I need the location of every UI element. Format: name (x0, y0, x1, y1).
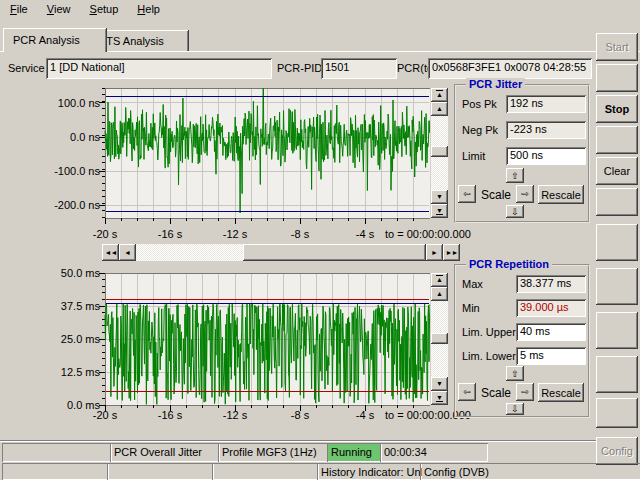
neg-pk-value: -223 ns (506, 121, 586, 139)
jitter-vscrollbar[interactable]: ▲ ▲ ▼ ▼ (431, 88, 448, 218)
y-axis-label: 12.5 ms (30, 366, 100, 378)
scroll-left-icon: ◄ (124, 250, 131, 256)
blank-button-4[interactable] (596, 224, 638, 261)
pcr-analyzer-window: File View Setup Help PTS Analysis PCR An… (0, 0, 640, 480)
pcr-pid-label: PCR-PID (277, 62, 322, 74)
lim-upper-input[interactable]: 40 ms (516, 323, 586, 341)
scroll-top-button[interactable]: ▲ (431, 88, 448, 102)
blank-button-5[interactable] (596, 268, 638, 305)
rescale-label: Rescale (541, 387, 581, 399)
max-value: 38.377 ms (516, 275, 586, 293)
scroll-left-button[interactable]: ◄ (119, 244, 136, 261)
scroll-down-button[interactable]: ▼ (431, 190, 448, 204)
status2-blank-1 (2, 463, 109, 480)
scale-up-icon: ⇧ (511, 172, 519, 180)
time-hscrollbar[interactable]: ◄◄ ◄ ► ►► (102, 244, 460, 261)
scroll-top-icon: ▲ (436, 92, 443, 98)
lim-lower-label: Lim. Lower (462, 350, 516, 362)
scroll-down-button[interactable]: ▼ (431, 377, 448, 391)
blank-button-7[interactable] (596, 356, 638, 393)
neg-pk-label: Neg Pk (462, 124, 498, 136)
repetition-rescale-button[interactable]: Rescale (538, 383, 584, 402)
repetition-vscrollbar[interactable]: ▲ ▲ ▼ ▼ (431, 273, 448, 405)
vscroll-thumb[interactable] (431, 146, 448, 157)
scale-right-icon: ⇨ (521, 190, 529, 198)
y-axis-label: 0.0 ns (30, 131, 100, 143)
blank-button-6[interactable] (596, 312, 638, 349)
tab-pcr-analysis[interactable]: PCR Analysis (3, 28, 107, 52)
scroll-bottom-icon: ▼ (436, 395, 443, 401)
hscroll-thumb[interactable] (243, 244, 426, 261)
repetition-scale-label: Scale (481, 386, 511, 400)
scroll-top-button[interactable]: ▲ (431, 273, 448, 287)
menu-view[interactable]: View (39, 0, 79, 19)
clear-button[interactable]: Clear (596, 157, 638, 185)
scroll-far-left-button[interactable]: ◄◄ (102, 244, 119, 261)
jitter-scale-label: Scale (481, 188, 511, 202)
vscroll-thumb[interactable] (431, 333, 448, 344)
status-profile: Profile MGF3 (1Hz) (218, 443, 329, 462)
stop-button[interactable]: Stop (596, 95, 638, 123)
blank-button-3[interactable] (596, 188, 638, 216)
scroll-bottom-button[interactable]: ▼ (431, 391, 448, 405)
x-axis-label: -16 s (158, 409, 182, 421)
jitter-rescale-button[interactable]: Rescale (538, 185, 584, 204)
menu-file[interactable]: File (2, 0, 36, 19)
lim-upper-label: Lim. Upper (462, 326, 516, 338)
jitter-scale-down-button[interactable]: ⇩ (506, 205, 524, 218)
jitter-scale-right-button[interactable]: ⇨ (516, 185, 534, 203)
status-divider (0, 440, 596, 442)
scroll-up-button[interactable]: ▲ (431, 102, 448, 116)
blank-button-2[interactable] (596, 126, 638, 154)
menu-help[interactable]: Help (129, 0, 168, 19)
lim-lower-input[interactable]: 5 ms (516, 347, 586, 365)
repetition-min-value: 39.000 µs (516, 299, 586, 317)
x-axis-label: -8 s (291, 228, 309, 240)
jitter-limit-label: Limit (462, 150, 485, 162)
scale-down-icon: ⇩ (511, 208, 519, 216)
service-field[interactable]: 1 [DD National] (46, 58, 272, 79)
scroll-bottom-button[interactable]: ▼ (431, 204, 448, 218)
pcr-jitter-title: PCR Jitter (466, 78, 525, 90)
y-axis-label: 37.5 ms (30, 300, 100, 312)
scale-up-icon: ⇧ (511, 370, 519, 378)
status-elapsed-time: 00:00:34 (380, 443, 488, 462)
repetition-scale-right-button[interactable]: ⇨ (516, 383, 534, 401)
y-axis-label: -100.0 ns (30, 165, 100, 177)
pcr-to-field[interactable]: 0x0568F3FE1 0x0078 04:28:55 (428, 58, 592, 79)
repetition-chart-x-axis: -20 s-16 s-12 s-8 s-4 sto = 00:00:00.000 (105, 409, 495, 421)
blank-button-1[interactable] (596, 64, 638, 92)
status-history-indicator: History Indicator: Unlimited (317, 463, 422, 480)
jitter-scale-left-button[interactable]: ⇦ (458, 185, 476, 203)
jitter-scale-up-button[interactable]: ⇧ (506, 168, 524, 183)
config-button[interactable]: Config (596, 437, 638, 465)
scale-right-icon: ⇨ (521, 388, 529, 396)
scroll-up-button[interactable]: ▲ (431, 287, 448, 301)
menu-bar: File View Setup Help (0, 0, 640, 25)
pcr-jitter-panel: PCR Jitter Pos Pk 192 ns Neg Pk -223 ns … (454, 84, 590, 223)
repetition-scale-up-button[interactable]: ⇧ (506, 366, 524, 381)
y-axis-label: 0.0 ms (30, 399, 100, 411)
repetition-scale-down-button[interactable]: ⇩ (506, 403, 524, 415)
start-button[interactable]: Start (596, 33, 638, 61)
repetition-chart-plot (97, 273, 430, 415)
scroll-right-button[interactable]: ► (426, 244, 443, 261)
repetition-scale-left-button[interactable]: ⇦ (458, 383, 476, 401)
blank-button-8[interactable] (596, 398, 638, 428)
scroll-far-right-button[interactable]: ►► (443, 244, 460, 261)
scale-down-icon: ⇩ (511, 405, 519, 413)
x-axis-label: -4 s (356, 409, 374, 421)
status-running: Running (327, 443, 382, 462)
x-axis-end-time-label: to = 00:00:00.000 (385, 228, 471, 240)
status-panel-blank (2, 443, 112, 462)
status2-blank-3 (212, 463, 319, 480)
jitter-limit-input[interactable]: 500 ns (506, 147, 586, 165)
status2-blank-2 (107, 463, 214, 480)
x-axis-label: -20 s (93, 228, 117, 240)
x-axis-label: -12 s (223, 228, 247, 240)
pos-pk-value: 192 ns (506, 95, 586, 113)
menu-setup[interactable]: Setup (82, 0, 127, 19)
pcr-repetition-title: PCR Repetition (466, 258, 552, 270)
min-label: Min (462, 302, 480, 314)
pcr-pid-field[interactable]: 1501 (321, 58, 397, 79)
